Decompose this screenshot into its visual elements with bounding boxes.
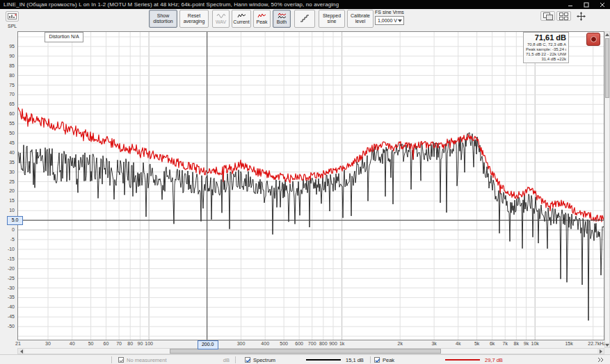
input-level-meter-icon — [8, 13, 17, 19]
current-label: Current — [233, 19, 249, 25]
horizontal-scroll-thumb[interactable] — [170, 349, 441, 354]
x-cursor-label[interactable]: 200.0 — [198, 340, 218, 349]
scroll-up-button[interactable] — [605, 32, 609, 37]
fs-sine-vrms-label: FS sine Vrms — [375, 10, 404, 15]
x-tick-label: 300 — [231, 341, 252, 346]
x-tick-label: 5k — [467, 341, 488, 346]
y-tick-label: 75 — [0, 83, 15, 88]
scrollbar-corner — [604, 348, 610, 354]
x-tick-label: 21 — [8, 341, 29, 346]
peak-sample-value: Peak sample: -35,24 dBFS — [526, 47, 566, 52]
y-cursor-label[interactable]: 5.0 — [7, 216, 23, 225]
peak-checkbox[interactable] — [374, 357, 380, 363]
show-distortion-button[interactable]: Show distortion — [149, 10, 177, 28]
y-tick-label: 10 — [0, 208, 15, 213]
above-band-level-value: 31,4 dB +22k — [526, 57, 566, 62]
y-tick-label: 25 — [0, 179, 15, 184]
spectrum-checkbox[interactable] — [245, 357, 250, 363]
graph-tiles-button[interactable] — [556, 11, 571, 21]
y-tick-label: 0 — [0, 227, 15, 232]
stepped-signal-icon — [300, 15, 310, 23]
maximize-button[interactable] — [578, 0, 594, 9]
x-tick-label: 500 — [273, 341, 294, 346]
y-tick-label: 60 — [0, 111, 15, 116]
peak-trace-button[interactable]: Peak — [253, 10, 271, 28]
y-tick-label: -20 — [0, 266, 15, 271]
close-button[interactable] — [594, 0, 610, 9]
scroll-down-button[interactable] — [605, 342, 609, 347]
wav-button[interactable]: WAV — [212, 10, 230, 28]
generator-signal-button[interactable] — [294, 10, 315, 28]
x-tick-label: 8k — [506, 341, 527, 346]
y-tick-label: 55 — [0, 121, 15, 126]
minimize-icon — [568, 2, 573, 8]
graph-panels-button[interactable] — [540, 11, 555, 21]
x-tick-label: 700 — [302, 341, 323, 346]
vertical-scrollbar[interactable] — [604, 31, 610, 348]
fs-sine-vrms-select[interactable]: 1,0000 V — [375, 16, 404, 25]
spectrum-legend-label: Spectrum — [253, 357, 275, 363]
no-measurement-checkbox[interactable] — [118, 357, 124, 363]
scroll-down-arrow-icon — [605, 344, 609, 347]
x-tick-label: 9k — [516, 341, 537, 346]
pan-arrows-icon — [577, 12, 586, 21]
y-tick-label: -50 — [0, 324, 15, 329]
y-tick-label: 30 — [0, 169, 15, 174]
scroll-right-button[interactable] — [597, 349, 604, 354]
x-tick-label: 400 — [255, 341, 275, 346]
y-tick-label: -45 — [0, 314, 15, 319]
peak-trace-icon — [257, 13, 266, 19]
weighted-levels-value: 70,8 dB C, 72,3 dB A — [526, 42, 566, 47]
record-button[interactable] — [586, 33, 600, 46]
scroll-left-button[interactable] — [18, 349, 24, 354]
x-tick-label: 900 — [323, 341, 344, 346]
show-distortion-label: Show distortion — [150, 13, 176, 24]
pan-graph-button[interactable] — [575, 10, 587, 22]
y-tick-label: -35 — [0, 295, 15, 299]
y-tick-label: 85 — [0, 63, 15, 68]
x-tick-label: 90 — [129, 341, 150, 346]
horizontal-scrollbar[interactable] — [17, 348, 604, 354]
spectrum-plot[interactable] — [17, 31, 604, 340]
y-tick-label: -40 — [0, 304, 15, 309]
monitor-input-button[interactable] — [6, 11, 19, 22]
db-unit-label: dB — [209, 357, 230, 363]
spectrum-line-swatch — [306, 359, 341, 361]
peak-label: Peak — [257, 19, 268, 25]
y-tick-label: -5 — [0, 237, 15, 242]
y-tick-label: 15 — [0, 198, 15, 203]
rms-level-value: 71,61 dB — [526, 33, 566, 42]
spectrum-traces-canvas — [18, 32, 604, 340]
wav-label: WAV — [216, 19, 226, 25]
both-traces-button[interactable]: Both — [273, 10, 291, 28]
statusbar-overflow-button[interactable] — [597, 356, 605, 364]
reset-averaging-button[interactable]: Reset averaging — [179, 10, 209, 28]
spl-axis-title: SPL — [8, 24, 17, 28]
calibrate-level-button[interactable]: Calibrate level — [347, 10, 374, 28]
close-icon — [600, 2, 605, 8]
x-tick-label: 3k — [424, 341, 444, 346]
x-tick-label: 1k — [332, 341, 353, 346]
peak-line-swatch — [445, 359, 480, 361]
minimize-button[interactable] — [562, 0, 578, 9]
y-tick-label: -25 — [0, 276, 15, 281]
stepped-sine-button[interactable]: Stepped sine — [319, 10, 345, 28]
app-window: LINE_IN (Общая громкость) L on In 1-2 (M… — [0, 0, 610, 364]
y-tick-label: 50 — [0, 131, 15, 135]
both-label: Both — [277, 19, 287, 25]
current-trace-button[interactable]: Current — [232, 10, 251, 28]
scroll-right-arrow-icon — [600, 349, 602, 354]
window-title: LINE_IN (Общая громкость) L on In 1-2 (M… — [0, 1, 339, 8]
x-tick-label: 50 — [81, 341, 102, 346]
wav-file-icon — [216, 13, 225, 19]
double-chevron-right-icon — [597, 356, 605, 363]
vertical-scroll-thumb[interactable] — [605, 38, 609, 98]
x-tick-label: 10k — [524, 341, 545, 346]
y-tick-label: 65 — [0, 101, 15, 106]
panels-icon — [543, 13, 553, 20]
x-tick-label: 70 — [109, 341, 129, 346]
calibrate-level-label: Calibrate level — [348, 13, 372, 24]
stepped-sine-label: Stepped sine — [320, 13, 344, 24]
x-tick-label: 6k — [482, 341, 503, 346]
y-tick-label: 70 — [0, 92, 15, 97]
